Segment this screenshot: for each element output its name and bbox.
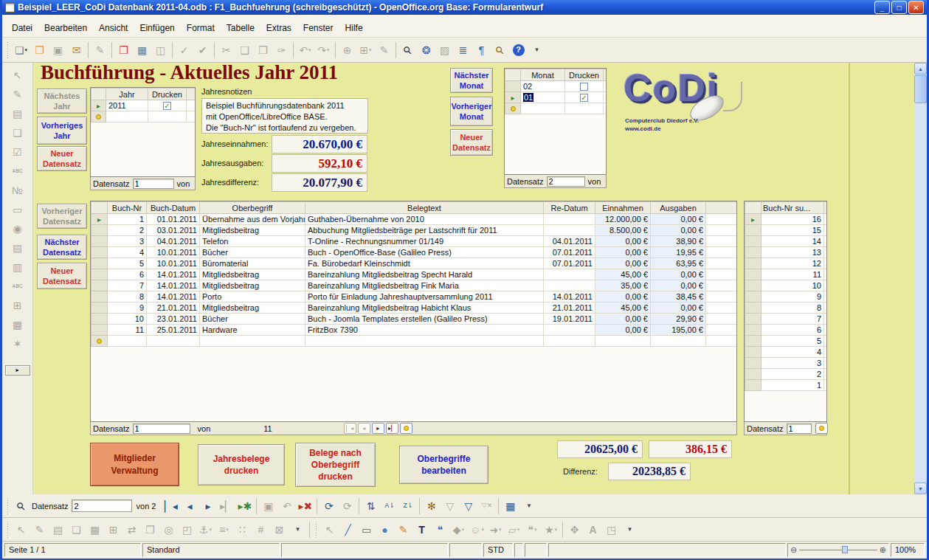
cell[interactable]: Buch - OpenOffice-Base (Galileo Press) bbox=[305, 247, 544, 258]
cell[interactable] bbox=[544, 269, 595, 280]
cell[interactable]: 12 bbox=[761, 258, 824, 269]
cell[interactable]: 13 bbox=[761, 247, 824, 258]
cell[interactable] bbox=[706, 214, 737, 225]
row-selector[interactable] bbox=[745, 236, 761, 247]
table-row[interactable]: 9 bbox=[745, 291, 828, 303]
cell[interactable] bbox=[824, 369, 828, 380]
row-selector[interactable] bbox=[745, 247, 761, 258]
cell[interactable] bbox=[706, 258, 737, 269]
cell[interactable]: 0,00 € bbox=[595, 236, 651, 247]
nonprinting-characters-icon[interactable]: ¶ bbox=[473, 41, 490, 59]
record-number-input[interactable] bbox=[547, 176, 585, 187]
cell[interactable]: 3 bbox=[761, 358, 824, 369]
bookings-grid[interactable]: Buch-NrBuch-DatumOberbegriffBelegtextRe-… bbox=[90, 201, 737, 422]
export-pdf-icon[interactable]: ❒ bbox=[115, 41, 132, 59]
column-header[interactable]: Buch-Nr bbox=[108, 202, 147, 214]
table-row[interactable]: 7 bbox=[745, 314, 828, 325]
cell[interactable]: 07.01.2011 bbox=[544, 258, 595, 269]
new-record-icon[interactable]: ▸✱ bbox=[236, 497, 253, 515]
table-row[interactable]: 814.01.2011PortoPorto für Einladung Jahr… bbox=[91, 291, 737, 303]
row-selector[interactable] bbox=[91, 236, 108, 247]
next-record-button[interactable]: Nächster Datensatz bbox=[37, 235, 87, 260]
cell[interactable]: 1 bbox=[108, 214, 147, 225]
menu-datei[interactable]: Datei bbox=[7, 21, 38, 35]
cell[interactable]: Mitgliedsbeitrag bbox=[200, 269, 305, 280]
drucken-checkbox[interactable] bbox=[580, 83, 588, 91]
row-selector[interactable] bbox=[745, 314, 761, 325]
cell[interactable] bbox=[706, 225, 737, 236]
cell[interactable]: 03.01.2011 bbox=[147, 225, 200, 236]
new-record-row[interactable] bbox=[505, 103, 607, 114]
cell[interactable]: 0,00 € bbox=[651, 225, 706, 236]
cell[interactable]: 25.01.2011 bbox=[147, 325, 200, 336]
cell[interactable]: 5 bbox=[108, 258, 147, 269]
new-record-row[interactable] bbox=[91, 336, 737, 347]
table-row[interactable]: 4 bbox=[745, 347, 828, 358]
row-selector[interactable] bbox=[745, 325, 761, 336]
refresh-icon[interactable]: ⟳ bbox=[320, 497, 337, 515]
jahresbelege-drucken-button[interactable]: Jahresbelege drucken bbox=[198, 444, 285, 485]
cell[interactable] bbox=[200, 336, 305, 347]
cell[interactable]: 4 bbox=[108, 247, 147, 258]
close-button[interactable]: ✕ bbox=[908, 1, 924, 14]
jahresausgaben-value[interactable]: 592,10 € bbox=[272, 154, 367, 173]
cell[interactable] bbox=[544, 336, 595, 347]
scroll-thumb[interactable] bbox=[914, 75, 927, 103]
cell[interactable]: 3 bbox=[108, 236, 147, 247]
cell[interactable]: 10 bbox=[108, 314, 147, 325]
find-record-icon[interactable]: ⚲ bbox=[13, 497, 30, 515]
cell[interactable]: 01 bbox=[521, 92, 565, 103]
cell[interactable] bbox=[544, 214, 595, 225]
zoom-slider-track[interactable] bbox=[799, 550, 877, 550]
first-record-icon[interactable]: ▏◂ bbox=[162, 497, 179, 515]
row-selector[interactable] bbox=[91, 303, 108, 314]
cell[interactable]: 10.01.2011 bbox=[147, 258, 200, 269]
record-number-input[interactable] bbox=[133, 424, 190, 434]
menu-format[interactable]: Format bbox=[182, 21, 220, 35]
cell[interactable]: 8 bbox=[761, 303, 824, 314]
cell[interactable]: Mitgliedsbeitrag bbox=[200, 280, 305, 291]
cell[interactable] bbox=[824, 247, 828, 258]
menu-bearbeiten[interactable]: Bearbeiten bbox=[39, 21, 92, 35]
column-header[interactable]: Oberbegriff bbox=[200, 202, 305, 214]
cell[interactable]: 6 bbox=[108, 269, 147, 280]
table-row[interactable]: 3 bbox=[745, 358, 828, 369]
scroll-down-button[interactable]: ▼ bbox=[914, 483, 927, 494]
zoom-slider[interactable]: ⊖ ⊕ bbox=[787, 543, 889, 557]
cell[interactable]: Übernahme aus dem Vorjahr bbox=[200, 214, 305, 225]
cell[interactable] bbox=[651, 336, 706, 347]
cell[interactable] bbox=[604, 103, 607, 114]
toolbar-options-icon[interactable]: ▾ bbox=[621, 521, 638, 539]
cell[interactable]: 0,00 € bbox=[651, 280, 706, 291]
row-selector[interactable]: ▸ bbox=[91, 214, 108, 225]
cell[interactable] bbox=[824, 280, 828, 291]
year-grid[interactable]: JahrDrucken▸2011✓ bbox=[90, 87, 196, 177]
menu-hilfe[interactable]: Hilfe bbox=[340, 21, 368, 35]
cell[interactable]: Mitgliedsbeitrag bbox=[200, 225, 305, 236]
cell[interactable]: 195,00 € bbox=[651, 325, 706, 336]
record-number-input[interactable] bbox=[72, 499, 132, 512]
sort-icon[interactable]: ⇅ bbox=[362, 497, 379, 515]
print-icon[interactable]: ▦ bbox=[134, 41, 151, 59]
column-header[interactable]: Drucken bbox=[565, 69, 604, 81]
toolbar-overflow-button[interactable]: ▸ bbox=[5, 365, 30, 376]
delete-record-icon[interactable]: ▸✖ bbox=[297, 497, 314, 515]
table-row[interactable]: 921.01.2011MitgliedsbeitragBareinzahlung… bbox=[91, 303, 737, 314]
row-selector[interactable] bbox=[745, 269, 761, 280]
row-selector[interactable] bbox=[91, 111, 106, 122]
cell[interactable]: 23.01.2011 bbox=[147, 314, 200, 325]
previous-year-button[interactable]: Vorheriges Jahr bbox=[37, 117, 87, 145]
drucken-checkbox[interactable]: ✓ bbox=[580, 94, 588, 102]
new-month-record-button[interactable]: Neuer Datensatz bbox=[450, 129, 493, 156]
cell[interactable] bbox=[706, 314, 737, 325]
column-header[interactable]: Einnahmen bbox=[595, 202, 651, 214]
table-row[interactable]: 1125.01.2011HardwareFritzBox 73900,00 €1… bbox=[91, 325, 737, 336]
callout-icon[interactable]: ❝ bbox=[432, 521, 449, 539]
cell[interactable]: 4 bbox=[761, 347, 824, 358]
cell[interactable]: 04.01.2011 bbox=[147, 236, 200, 247]
table-row[interactable]: 510.01.2011BüromaterialFa. Bürobedarf Kl… bbox=[91, 258, 737, 269]
navigator-icon[interactable]: ❂ bbox=[418, 41, 435, 59]
zoom-out-icon[interactable]: ⊖ bbox=[790, 545, 797, 555]
table-row[interactable]: 12 bbox=[745, 258, 828, 269]
freeform-line-icon[interactable]: ✎ bbox=[395, 521, 412, 539]
